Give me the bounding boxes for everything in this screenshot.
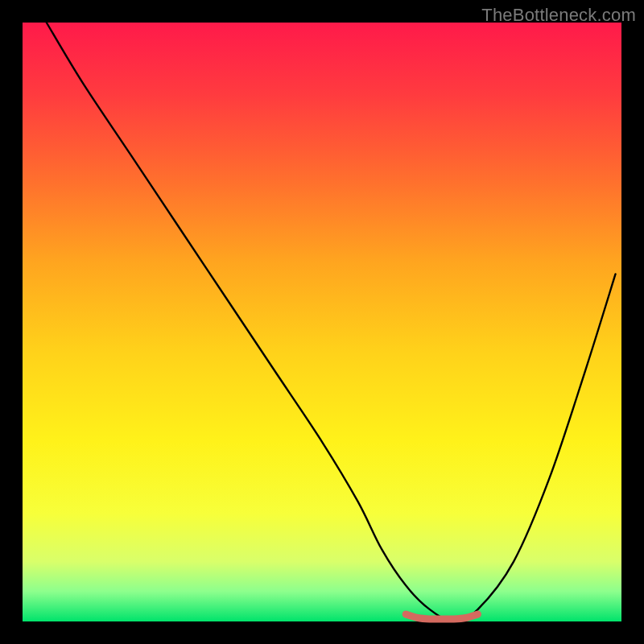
svg-rect-1 <box>0 621 644 644</box>
watermark-label: TheBottleneck.com <box>481 5 636 26</box>
svg-rect-4 <box>23 23 621 621</box>
chart-container: TheBottleneck.com <box>0 0 644 644</box>
bottleneck-chart <box>0 0 644 644</box>
svg-rect-3 <box>621 0 644 644</box>
svg-rect-2 <box>0 0 23 644</box>
